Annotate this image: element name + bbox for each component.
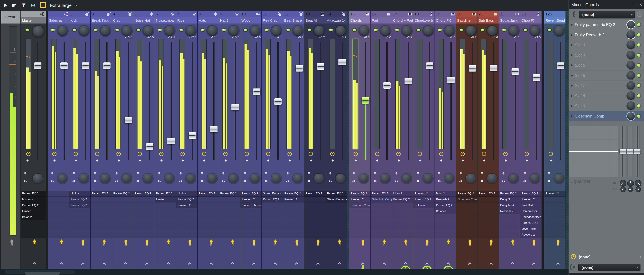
slot-mix-knob[interactable] [626,101,636,110]
stereo-sep-knob[interactable] [444,174,454,183]
plugin-delay-clock-icon[interactable] [116,151,121,156]
play-icon[interactable] [4,4,7,7]
plugin-slot-empty[interactable] [69,214,90,220]
slot-expand-arrow-icon[interactable] [571,64,573,67]
plugin-slot-empty[interactable] [544,214,566,220]
plugin-slot-empty[interactable] [198,226,219,232]
eq-freq-knob-2[interactable] [628,187,633,192]
plugin-slot[interactable]: Reeverb 2 [499,208,520,214]
plugin-slot-empty[interactable] [544,202,566,208]
plugin-slot[interactable]: Compressor [520,208,542,214]
plugin-slot-empty[interactable] [392,232,413,238]
plugin-slot[interactable]: Param. EQ 2 [133,191,155,197]
record-plug-icon[interactable] [554,239,562,246]
plugin-slot-empty[interactable] [176,208,198,214]
volume-fader[interactable] [533,74,540,81]
mute-led[interactable] [481,29,484,31]
pan-knob[interactable] [487,26,497,36]
plugin-delay-clock-icon[interactable] [73,151,78,156]
mute-led[interactable] [502,29,506,31]
pan-knob[interactable] [530,26,540,36]
pan-knob[interactable] [444,26,454,36]
strip-name[interactable]: Chord FX [435,17,456,24]
minimize-button[interactable]: — [625,2,631,7]
mixer-strip[interactable]: 20Bassline-0.7Param. EQ 2Sidechain Comp [456,11,478,269]
plugin-slot[interactable]: Stereo Enhancer [262,191,283,197]
route-up-chevron-icon[interactable] [252,261,256,266]
submenu-arrow-icon[interactable] [76,4,77,7]
pan-knob[interactable] [271,26,282,36]
plugin-slot-empty[interactable] [371,232,392,238]
audio-output-icon[interactable] [570,263,578,272]
plugin-slot-empty[interactable] [240,214,262,220]
plugin-slot-empty[interactable] [304,214,326,220]
stereo-sep-knob[interactable] [423,174,433,183]
volume-fader[interactable] [557,62,564,69]
enable-dot[interactable] [160,159,162,161]
plugin-slot-empty[interactable] [155,214,176,220]
volume-fader[interactable] [188,132,196,139]
plugin-slot-empty[interactable] [456,208,478,214]
record-plug-icon[interactable] [488,239,495,246]
plugin-slot-empty[interactable] [90,226,112,232]
strip-name[interactable]: Bassline [456,17,478,24]
equalizer-graph[interactable] [569,126,618,177]
mute-led[interactable] [201,29,204,31]
slot-mix-knob[interactable] [626,41,636,50]
enable-dot[interactable] [483,159,485,161]
mute-led[interactable] [116,29,119,31]
mute-led[interactable] [395,29,399,31]
route-up-chevron-icon[interactable] [80,261,85,266]
enable-dot[interactable] [54,159,56,161]
pan-knob[interactable] [228,26,239,36]
plugin-slot-empty[interactable] [499,214,520,220]
plugin-slot-empty[interactable] [456,214,478,220]
plugin-slot-empty[interactable] [48,202,69,208]
route-up-chevron-icon[interactable] [166,261,171,266]
plugin-slot[interactable]: Param. EQ 2 [392,197,413,202]
mixer-strip[interactable]: 7Ride-17.7LimiterParam. EQ 2Reeverb 2 [176,11,198,269]
record-plug-icon[interactable] [165,239,172,246]
plugin-slot-empty[interactable] [21,226,46,232]
plugin-slot[interactable]: Param. EQ 2 [520,191,542,197]
funnel-icon[interactable] [21,3,26,8]
eq-freq-knob-1[interactable] [620,187,626,192]
plugin-slot-empty[interactable] [456,202,478,208]
plugin-slot[interactable]: Param. EQ 2 [219,191,240,197]
plugin-slot[interactable]: Param. EQ 2 [435,202,456,208]
plugin-slot-empty[interactable] [371,208,392,214]
plugin-slot-empty[interactable] [544,226,566,232]
plugin-slot-empty[interactable] [414,220,435,226]
plugin-slot-empty[interactable] [69,208,90,214]
fader-track[interactable] [85,42,86,160]
mute-led[interactable] [222,29,226,31]
plugin-slot-empty[interactable] [414,232,435,238]
mixer-strip[interactable]: 1Sidechain [48,11,69,269]
mixer-strip[interactable]: 11Rev Clap-9.1Stereo EnhancerParam. EQ 2 [262,11,283,269]
plugin-slot[interactable]: Param. EQ 2 [283,191,304,197]
mixer-strip[interactable]: 17Chord + Pad-3.9Mute 2Param. EQ 2 [392,11,413,269]
plugin-slot[interactable]: Balance [21,214,46,220]
pan-knob[interactable] [293,26,303,36]
route-up-chevron-icon[interactable] [59,261,64,266]
fx-slot-6[interactable]: Slot 6 [569,71,644,80]
plugin-slot-empty[interactable] [48,220,69,226]
strip-header[interactable]: 7 [176,11,198,17]
plugin-slot-empty[interactable] [21,220,46,226]
plugin-delay-clock-icon[interactable] [52,151,57,156]
stereo-sep-knob[interactable] [402,174,412,183]
plugin-slot-empty[interactable] [435,226,456,232]
mute-led[interactable] [329,29,333,31]
plugin-slot[interactable]: Mute 2 [435,191,456,197]
route-up-chevron-icon[interactable] [510,261,515,266]
strip-header[interactable]: 125 [544,11,566,17]
plugin-delay-clock-icon[interactable] [26,151,31,156]
volume-fader[interactable] [124,117,132,123]
plugin-slot-empty[interactable] [133,202,155,208]
pan-knob[interactable] [509,26,519,36]
record-plug-icon[interactable] [186,239,194,246]
volume-fader[interactable] [146,143,154,150]
plugin-slot-empty[interactable] [176,232,198,238]
route-up-chevron-icon[interactable] [102,261,107,266]
strip-header[interactable]: 8 [198,11,219,17]
